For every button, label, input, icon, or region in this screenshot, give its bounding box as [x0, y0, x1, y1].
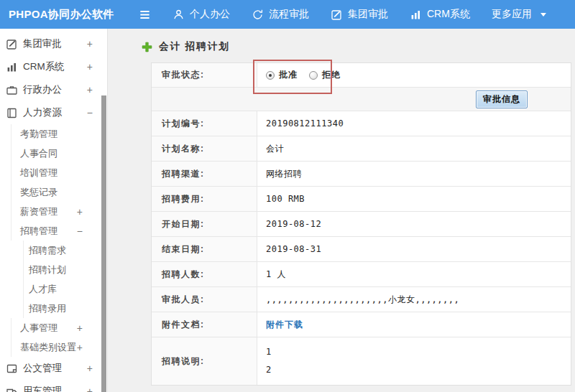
page-title-text: 会计 招聘计划 — [159, 40, 230, 53]
sidebar-item[interactable]: 招聘管理− — [11, 221, 107, 241]
sidebar-item-label: 人事管理 — [20, 322, 58, 335]
sidebar-item[interactable]: 人事管理+ — [11, 318, 107, 337]
field-label: 招聘人数: — [152, 262, 257, 286]
add-plus-icon — [142, 42, 152, 52]
nav-item[interactable]: 更多应用 — [492, 8, 546, 21]
radio-approve-label[interactable]: 批准 — [279, 69, 298, 81]
sidebar-item[interactable]: 奖惩记录 — [11, 182, 107, 202]
top-navigation: 个人办公流程审批集团审批CRM系统更多应用 — [172, 8, 546, 21]
sidebar-item[interactable]: 人才库 — [23, 279, 107, 299]
nav-item-label: 个人办公 — [190, 8, 230, 21]
nav-item-label: 集团审批 — [348, 8, 388, 21]
sidebar-item[interactable]: 培训管理 — [11, 163, 107, 182]
page-title: 会计 招聘计划 — [108, 29, 575, 62]
field-value: 会计 — [257, 136, 571, 161]
detail-table: 审批状态: 批准 拒绝 审批信息 计划编号:20190812111340计划名称… — [151, 62, 571, 386]
expand-icon[interactable]: + — [77, 342, 83, 353]
expand-icon[interactable]: + — [87, 363, 93, 374]
nav-item[interactable]: CRM系统 — [410, 8, 470, 21]
sidebar-item[interactable]: 集团审批+ — [0, 32, 107, 55]
sidebar-item-label: 招聘计划 — [29, 263, 66, 276]
sidebar-menu: 集团审批+CRM系统+行政办公+人力资源−考勤管理人事合同培训管理奖惩记录薪资管… — [0, 32, 107, 392]
detail-row: 招聘费用:100 RMB — [152, 187, 571, 212]
approval-info-button[interactable]: 审批信息 — [476, 90, 528, 108]
field-value-line: 2 — [266, 361, 272, 379]
field-label: 招聘费用: — [152, 187, 257, 211]
nav-item[interactable]: 个人办公 — [172, 8, 230, 21]
sidebar-item[interactable]: 招聘录用 — [23, 299, 107, 318]
sidebar-item-label: 招聘需求 — [29, 244, 66, 257]
attachment-download-link[interactable]: 附件下载 — [266, 319, 303, 331]
radio-reject[interactable] — [309, 71, 318, 80]
sidebar: 集团审批+CRM系统+行政办公+人力资源−考勤管理人事合同培训管理奖惩记录薪资管… — [0, 29, 108, 392]
field-value: 1 人 — [257, 262, 571, 286]
sidebar-item-label: 人才库 — [29, 283, 57, 296]
sidebar-item-label: 培训管理 — [20, 167, 58, 179]
document-icon — [6, 363, 18, 375]
collapse-icon[interactable]: − — [77, 225, 83, 237]
sidebar-item[interactable]: CRM系统+ — [0, 55, 107, 78]
sidebar-item[interactable]: 公文管理+ — [0, 357, 107, 380]
edit-icon — [331, 9, 343, 21]
field-label: 招聘渠道: — [152, 162, 257, 186]
sidebar-item-label: 考勤管理 — [20, 128, 58, 141]
sidebar-item-label: 招聘录用 — [29, 302, 66, 315]
field-value: 网络招聘 — [257, 162, 571, 186]
detail-row: 附件文档:附件下载 — [152, 312, 571, 337]
sidebar-scrollbar[interactable] — [101, 95, 106, 392]
book-icon — [6, 107, 18, 119]
field-label: 计划名称: — [152, 136, 257, 161]
field-label: 计划编号: — [152, 111, 257, 136]
sidebar-item[interactable]: 基础类别设置+ — [11, 337, 107, 357]
edit-icon — [6, 38, 18, 50]
sidebar-item[interactable]: 招聘计划 — [23, 260, 107, 279]
caret-down-icon — [540, 13, 546, 17]
expand-icon[interactable]: + — [87, 386, 93, 392]
sidebar-item[interactable]: 招聘需求 — [23, 241, 107, 260]
sidebar-item-label: 用车管理 — [23, 385, 62, 392]
nav-item-label: 更多应用 — [492, 8, 532, 21]
radio-approve[interactable] — [266, 71, 275, 80]
radio-reject-label[interactable]: 拒绝 — [322, 69, 341, 81]
sidebar-item-label: 公文管理 — [23, 362, 62, 375]
sidebar-item[interactable]: 用车管理+ — [0, 380, 107, 392]
nav-item[interactable]: 集团审批 — [331, 8, 388, 21]
field-value: 2019-08-31 — [257, 237, 571, 261]
detail-row: 开始日期:2019-08-12 — [152, 212, 571, 237]
sidebar-item[interactable]: 薪资管理+ — [11, 202, 107, 221]
field-value: 2019-08-12 — [257, 212, 571, 236]
expand-icon[interactable]: + — [77, 322, 83, 334]
sidebar-item-label: 人力资源 — [23, 106, 62, 119]
expand-icon[interactable]: + — [87, 38, 93, 50]
expand-icon[interactable]: + — [87, 84, 93, 95]
sidebar-item-label: 行政办公 — [23, 83, 62, 96]
sidebar-item-label: 薪资管理 — [20, 205, 58, 218]
detail-row: 招聘渠道:网络招聘 — [152, 162, 571, 187]
field-value: 100 RMB — [257, 187, 571, 211]
expand-icon[interactable]: + — [87, 61, 93, 73]
nav-item-label: 流程审批 — [269, 8, 309, 21]
field-label: 开始日期: — [152, 212, 257, 236]
field-value: 附件下载 — [257, 312, 571, 337]
expand-icon[interactable]: + — [77, 206, 83, 218]
sidebar-item[interactable]: 人力资源− — [0, 101, 107, 124]
app-logo[interactable]: PHPOA协同办公软件 — [0, 8, 128, 22]
approval-button-row: 审批信息 — [152, 88, 571, 111]
collapse-icon[interactable]: − — [87, 107, 93, 118]
field-label: 结束日期: — [152, 237, 257, 261]
detail-row: 结束日期:2019-08-31 — [152, 237, 571, 262]
main-content: 会计 招聘计划 审批状态: 批准 拒绝 审批信息 计划编号:2019081211… — [108, 29, 575, 392]
sidebar-item[interactable]: 考勤管理 — [11, 124, 107, 144]
sidebar-item[interactable]: 行政办公+ — [0, 78, 107, 101]
sidebar-item[interactable]: 人事合同 — [11, 144, 107, 163]
nav-item[interactable]: 流程审批 — [252, 8, 309, 21]
field-label: 审批人员: — [152, 287, 257, 312]
chart-icon — [6, 61, 18, 73]
field-value-line: 1 — [266, 343, 272, 361]
detail-row: 计划编号:20190812111340 — [152, 111, 571, 136]
topbar: PHPOA协同办公软件 个人办公流程审批集团审批CRM系统更多应用 — [0, 0, 575, 29]
hamburger-menu-icon[interactable] — [138, 8, 155, 22]
sidebar-item-label: 奖惩记录 — [20, 186, 58, 199]
field-value: ,,,,,,,,,,,,,,,,,,,,,,小龙女,,,,,,,, — [257, 287, 571, 312]
process-icon — [252, 9, 264, 21]
